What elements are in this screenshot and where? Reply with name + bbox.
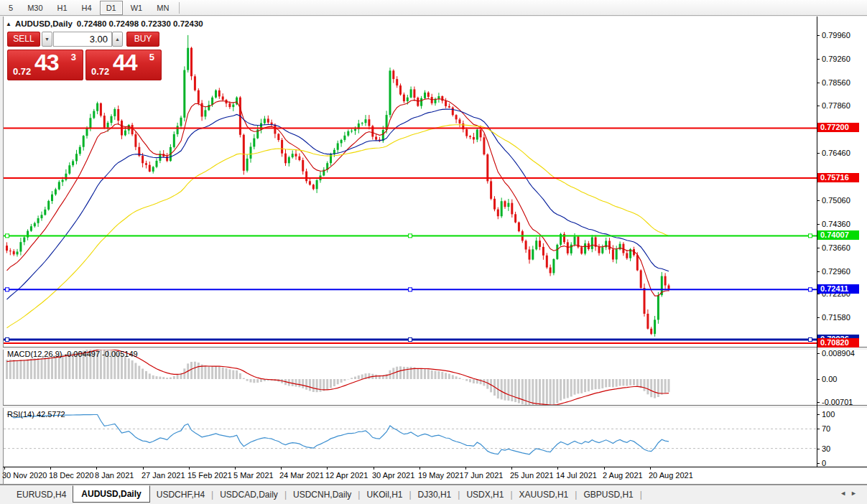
symbol-tab-bar: EURUSD,H4AUDUSD,DailyUSDCHF,H4|USDCAD,Da…: [0, 485, 867, 504]
date-axis-label: 14 Jul 2021: [556, 471, 597, 480]
price-axis-tick-mark: [817, 83, 820, 83]
price-axis-tick-mark: [817, 200, 820, 201]
chart-tab-xauusd[interactable]: XAUUSD,H1: [513, 487, 575, 503]
price-axis-tick: 0.77860: [822, 101, 850, 110]
date-axis-tick-mark: [511, 467, 512, 470]
price-axis-tick: 0.79260: [822, 55, 850, 63]
volume-increase-button[interactable]: ▲: [112, 32, 123, 47]
date-axis-tick-mark: [604, 467, 605, 470]
price-axis-tick-mark: [817, 224, 820, 225]
buy-price-sup: 5: [149, 52, 154, 62]
buy-button[interactable]: BUY: [126, 32, 159, 47]
volume-input[interactable]: 3.00: [53, 32, 112, 47]
sell-price-sup: 3: [71, 52, 76, 62]
macd-axis-tick-mark: [817, 353, 820, 354]
rsi-indicator-label: RSI(14) 42.5772: [7, 410, 65, 419]
date-axis-label: 27 Jan 2021: [142, 471, 185, 480]
macd-indicator-label: MACD(12,26,9) -0.004497 -0.005149: [7, 350, 138, 358]
date-axis-tick-mark: [96, 467, 97, 470]
date-axis-tick-mark: [50, 467, 51, 470]
price-axis-tick-mark: [817, 35, 820, 36]
chart-tab-usdx[interactable]: USDX,H1: [460, 487, 510, 503]
price-axis-tick-mark: [817, 271, 820, 272]
price-level-label[interactable]: 0.75716: [817, 173, 859, 182]
price-axis-tick: 0.79960: [822, 31, 850, 39]
date-axis-label: 30 Nov 2020: [2, 471, 47, 480]
macd-axis-tick-mark: [817, 379, 820, 380]
price-axis-tick: 0.72960: [822, 267, 850, 276]
date-axis-tick-mark: [557, 467, 558, 470]
chart-tab-audusd[interactable]: AUDUSD,Daily: [73, 485, 149, 503]
tab-separator: |: [640, 490, 642, 500]
price-axis-tick: 0.78560: [822, 78, 850, 87]
chart-tab-eurusd[interactable]: EURUSD,H4: [10, 487, 73, 503]
sell-price-box[interactable]: 0.72 43 3: [7, 50, 83, 80]
date-axis-tick-mark: [650, 467, 651, 470]
sell-button[interactable]: SELL: [7, 32, 40, 47]
price-axis-tick-mark: [817, 294, 820, 294]
rsi-axis-tick: 0: [822, 459, 826, 467]
macd-axis-tick: 0.008904: [822, 349, 855, 358]
chart-tab-usdcad[interactable]: USDCAD,Daily: [213, 487, 284, 503]
price-axis-tick-mark: [817, 106, 820, 106]
tab-scroll-right-icon[interactable]: ►: [850, 490, 861, 497]
symbol-label: AUDUSD,Daily: [15, 19, 73, 28]
price-level-label[interactable]: 0.70820: [817, 338, 859, 347]
one-click-trading-panel: SELL ▼ 3.00 ▲ BUY 0.72 43 3 0.72 44 5: [7, 31, 164, 81]
collapse-panel-icon[interactable]: ▲: [6, 21, 11, 27]
price-axis-tick: 0.73660: [822, 243, 850, 252]
chart-tab-gbpusd[interactable]: GBPUSD,H1: [577, 487, 639, 503]
sell-price-prefix: 0.72: [13, 66, 31, 77]
date-axis-label: 12 Apr 2021: [325, 471, 368, 480]
tab-scroll-arrows: ◄►: [840, 490, 861, 497]
date-axis-label: 18 Dec 2020: [49, 471, 93, 480]
date-axis-tick-mark: [281, 467, 282, 470]
chart-title: ▲AUDUSD,Daily0.72480 0.72498 0.72330 0.7…: [6, 19, 203, 28]
price-axis-tick: 0.76460: [822, 149, 850, 157]
date-axis-tick-mark: [465, 467, 466, 470]
date-axis-label: 19 May 2021: [418, 471, 464, 480]
buy-price-box[interactable]: 0.72 44 5: [85, 50, 162, 80]
rsi-axis-tick: 70: [822, 424, 830, 433]
date-axis-label: 15 Feb 2021: [187, 471, 232, 480]
rsi-axis-tick-mark: [817, 429, 820, 429]
chart-tab-dj30[interactable]: DJ30,H1: [412, 487, 458, 503]
date-axis-tick-mark: [143, 467, 144, 470]
price-axis-tick: 0.75060: [822, 196, 850, 205]
price-axis-tick: 0.74360: [822, 220, 850, 228]
price-axis-tick: 0.71580: [822, 313, 850, 322]
date-axis-label: 2 Aug 2021: [603, 471, 643, 480]
date-axis-label: 25 Jun 2021: [510, 471, 554, 480]
price-level-label[interactable]: 0.77200: [817, 123, 859, 132]
date-axis-label: 30 Apr 2021: [372, 471, 414, 480]
date-axis-tick-mark: [4, 467, 5, 470]
rsi-axis-tick-mark: [817, 414, 820, 415]
rsi-axis-tick: 30: [822, 444, 830, 453]
date-axis-tick-mark: [235, 467, 236, 470]
rsi-axis-tick-mark: [817, 449, 820, 449]
date-axis-label: 7 Jun 2021: [464, 471, 503, 480]
price-level-label[interactable]: 0.72411: [817, 284, 859, 294]
date-axis-label: 24 Mar 2021: [279, 471, 324, 480]
chart-tab-usdcnh[interactable]: USDCNH,Daily: [287, 487, 358, 503]
price-level-label[interactable]: 0.74007: [817, 230, 859, 240]
tab-scroll-left-icon[interactable]: ◄: [840, 490, 850, 497]
macd-axis-tick: -0.00701: [822, 398, 853, 406]
price-axis-tick-mark: [817, 59, 820, 60]
chart-tab-usdchf[interactable]: USDCHF,H4: [150, 487, 211, 503]
rsi-axis-tick-mark: [817, 463, 820, 464]
volume-decrease-button[interactable]: ▼: [42, 32, 52, 47]
date-axis-label: 20 Aug 2021: [649, 471, 693, 480]
buy-price-prefix: 0.72: [91, 66, 109, 77]
buy-price-big: 44: [113, 50, 137, 76]
ohlc-values: 0.72480 0.72498 0.72330 0.72430: [77, 19, 203, 28]
chart-tab-ukoil[interactable]: UKOil,H1: [360, 487, 409, 503]
price-axis-tick-mark: [817, 248, 820, 248]
sell-price-big: 43: [34, 50, 59, 76]
date-axis-tick-mark: [327, 467, 328, 470]
price-axis-tick-mark: [817, 153, 820, 154]
macd-axis-tick-mark: [817, 402, 820, 403]
macd-axis-tick: 0.00: [822, 375, 837, 383]
date-axis-tick-mark: [189, 467, 190, 470]
price-axis-tick-mark: [817, 317, 820, 318]
